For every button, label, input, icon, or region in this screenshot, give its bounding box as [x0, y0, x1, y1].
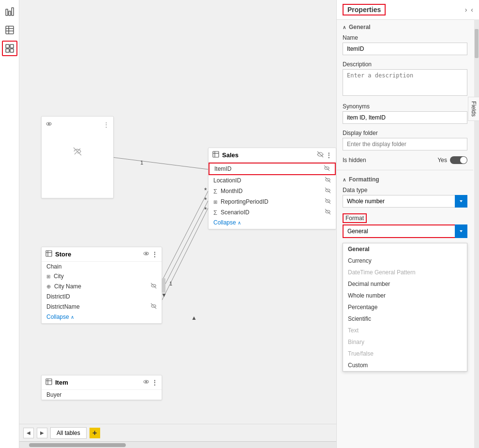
sales-eye-icon	[317, 151, 324, 159]
svg-rect-3	[6, 26, 14, 34]
store-row-chain[interactable]: Chain	[42, 262, 162, 271]
store-row-city[interactable]: ⊞ City	[42, 271, 162, 281]
svg-rect-8	[10, 45, 14, 48]
nav-chevron-left-icon[interactable]: ‹	[471, 6, 473, 14]
item-menu-icon[interactable]: ⋮	[151, 379, 158, 386]
sales-menu-icon[interactable]: ⋮	[326, 151, 332, 159]
format-option-whole[interactable]: Whole number	[343, 290, 467, 301]
svg-rect-27	[213, 151, 219, 157]
chevron-up-general-icon: ∧	[343, 25, 346, 30]
eye-slash-center-icon	[73, 147, 82, 157]
format-dropdown-list: General Currency DateTime General Patter…	[343, 243, 467, 372]
item-row-buyer[interactable]: Buyer	[42, 390, 162, 400]
svg-line-19	[162, 208, 208, 300]
store-row-cityname[interactable]: ⊕ City Name	[42, 281, 162, 292]
store-menu-icon[interactable]: ⋮	[151, 251, 158, 258]
svg-line-17	[162, 191, 208, 281]
synonyms-label: Synonyms	[343, 103, 467, 110]
add-table-btn[interactable]: +	[90, 428, 100, 438]
sales-row-scenarioid[interactable]: Σ ScenarioID	[209, 207, 336, 218]
svg-line-46	[151, 283, 156, 288]
store-collapse-chevron-icon: ∧	[71, 314, 74, 320]
item-card-header: Item ⋮	[42, 375, 162, 390]
sales-card: Sales ⋮ ItemID	[208, 148, 336, 229]
svg-rect-2	[12, 8, 14, 15]
name-field-group: Name	[337, 32, 473, 59]
description-field-group: Description	[337, 59, 473, 101]
svg-text:*: *	[204, 206, 207, 213]
store-row-districtname[interactable]: DistrictName	[42, 301, 162, 312]
synonyms-input[interactable]	[343, 111, 467, 124]
unnamed-card: ⋮	[41, 116, 114, 198]
format-option-custom[interactable]: Custom	[343, 359, 467, 371]
svg-text:*: *	[204, 186, 207, 194]
table-icon-city: ⊞	[46, 274, 50, 279]
displayfolder-field-group: Display folder	[337, 128, 473, 154]
ishidden-toggle[interactable]: Yes	[437, 156, 467, 164]
store-card-header: Store ⋮	[42, 247, 162, 262]
store-title: Store	[55, 251, 71, 258]
svg-rect-1	[9, 11, 11, 15]
relation-arrow-up: ▲	[191, 314, 197, 321]
bottom-bar: ◀ ▶ All tables +	[19, 424, 336, 441]
svg-text:1: 1	[140, 160, 143, 165]
table-icon-small: ⊞	[213, 199, 217, 205]
next-nav-btn[interactable]: ▶	[37, 428, 47, 438]
canvas-hscroll-thumb	[29, 443, 126, 447]
datatype-select[interactable]: Whole number	[343, 195, 467, 208]
svg-rect-7	[6, 45, 9, 48]
chevron-up-formatting-icon: ∧	[343, 177, 346, 182]
svg-line-35	[325, 188, 330, 193]
menu-icon: ⋮	[103, 121, 109, 128]
report-view-icon[interactable]	[2, 4, 17, 19]
svg-rect-9	[6, 49, 9, 52]
item-title: Item	[55, 379, 68, 386]
synonyms-field-group: Synonyms	[337, 101, 473, 128]
toggle-track[interactable]	[450, 156, 467, 164]
model-view-icon[interactable]	[2, 41, 17, 56]
ishidden-label: Is hidden	[343, 157, 366, 164]
sales-row-locationid[interactable]: LocationID	[209, 175, 336, 186]
displayfolder-input[interactable]	[343, 138, 467, 150]
description-label: Description	[343, 61, 467, 68]
general-label: General	[349, 24, 371, 30]
format-option-decimal[interactable]: Decimal number	[343, 278, 467, 290]
ishidden-row: Is hidden Yes	[337, 154, 473, 168]
table-icon-sales	[212, 151, 219, 159]
collapse-chevron-icon: ∧	[238, 220, 241, 225]
name-label: Name	[343, 34, 467, 41]
canvas-hscroll[interactable]	[19, 441, 336, 448]
all-tables-tab[interactable]: All tables	[50, 427, 87, 439]
sales-row-itemid[interactable]: ItemID	[209, 163, 336, 175]
store-collapse-btn[interactable]: Collapse ∧	[42, 312, 162, 323]
store-card-scrollbar	[162, 278, 165, 293]
store-eye-icon	[143, 250, 150, 258]
toggle-thumb	[460, 157, 467, 164]
prev-nav-btn[interactable]: ◀	[23, 428, 34, 438]
sales-row-reportingperiodid[interactable]: ⊞ ReportingPeriodID	[209, 196, 336, 207]
format-option-percentage[interactable]: Percentage	[343, 301, 467, 313]
format-option-scientific[interactable]: Scientific	[343, 313, 467, 325]
datatype-select-container: Whole number	[343, 195, 467, 208]
description-input[interactable]	[343, 69, 467, 96]
format-select-container: General	[343, 224, 467, 238]
sales-collapse-btn[interactable]: Collapse ∧	[209, 218, 336, 229]
format-option-truefalse: True/false	[343, 348, 467, 359]
sigma-icon-scenarioid: Σ	[213, 209, 217, 216]
svg-rect-50	[46, 379, 52, 385]
fields-tab[interactable]: Fields	[468, 97, 479, 121]
item-eye-icon	[143, 378, 150, 387]
table-icon-item	[45, 378, 52, 387]
format-option-general[interactable]: General	[343, 243, 467, 255]
nav-chevron-right-icon[interactable]: ›	[465, 6, 467, 14]
store-row-districtid[interactable]: DistrictID	[42, 292, 162, 301]
sales-row-monthid[interactable]: Σ MonthID	[209, 186, 336, 196]
format-option-currency[interactable]: Currency	[343, 255, 467, 267]
svg-line-18	[162, 201, 208, 290]
panel-scrollbar[interactable]	[474, 19, 479, 448]
cityname-eye-slash-icon	[150, 283, 157, 290]
format-select-box[interactable]: General	[343, 224, 467, 238]
name-input[interactable]	[343, 43, 467, 55]
item-card: Item ⋮ Buyer	[41, 375, 162, 400]
table-view-icon[interactable]	[2, 22, 17, 38]
